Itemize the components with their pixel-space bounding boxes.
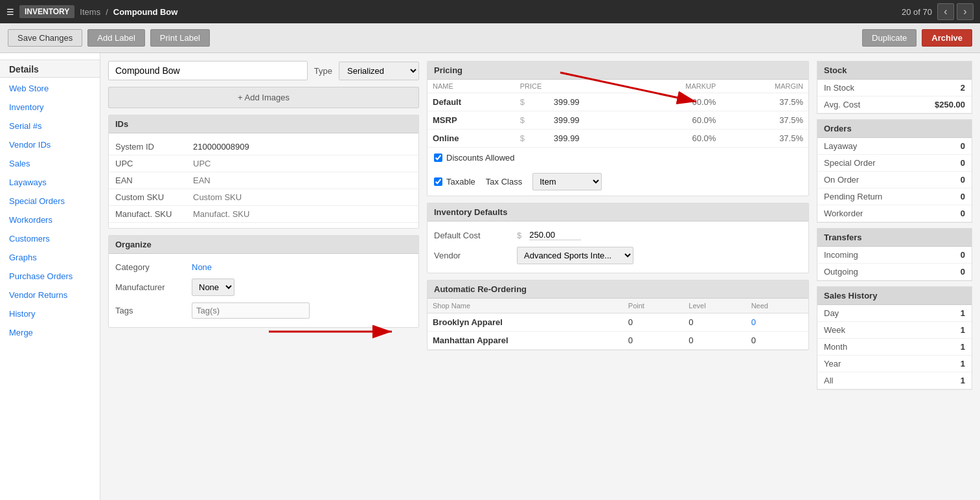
upc-label: UPC (109, 155, 187, 172)
sidebar-item-sales[interactable]: Sales (0, 154, 100, 173)
sales-month-row: Month 1 (817, 339, 972, 356)
pricing-price-default[interactable]: 399.99 (549, 93, 630, 111)
sidebar-item-layaways[interactable]: Layaways (0, 173, 100, 192)
on-order-row: On Order 0 (817, 172, 972, 188)
content-area: Type Serialized Non-Serialized Box + Add… (100, 53, 980, 500)
sidebar-item-workorders[interactable]: Workorders (0, 210, 100, 229)
reorder-point-brooklyn: 0 (623, 313, 684, 332)
discounts-checkbox[interactable] (434, 153, 442, 162)
default-cost-dollar: $ (517, 231, 521, 240)
duplicate-button[interactable]: Duplicate (862, 29, 917, 47)
sales-week-value: 1 (961, 325, 965, 335)
taxable-label: Taxable (446, 177, 475, 187)
item-name-input[interactable] (108, 61, 308, 80)
system-id-label: System ID (109, 139, 187, 155)
sidebar-item-graphs[interactable]: Graphs (0, 248, 100, 267)
add-images-button[interactable]: + Add Images (108, 87, 419, 108)
sidebar-item-merge[interactable]: Merge (0, 323, 100, 342)
tags-label: Tags (115, 306, 187, 315)
sidebar-item-history[interactable]: History (0, 304, 100, 323)
in-stock-value: 2 (961, 83, 965, 93)
sidebar-item-web-store[interactable]: Web Store (0, 79, 100, 98)
archive-button[interactable]: Archive (922, 29, 972, 47)
pricing-section: Pricing NAME PRICE MARKUP MARGIN (427, 61, 809, 196)
auto-reorder-section: Automatic Re-Ordering Shop Name Point Le… (427, 280, 809, 350)
sales-all-row: All 1 (817, 372, 972, 389)
pricing-price-msrp[interactable]: 399.99 (549, 111, 630, 130)
incoming-row: Incoming 0 (817, 247, 972, 264)
sales-year-label: Year (824, 359, 841, 369)
center-column: Pricing NAME PRICE MARKUP MARGIN (427, 61, 809, 492)
col-margin-header: MARGIN (721, 80, 808, 93)
nav-prev-button[interactable]: ‹ (937, 3, 954, 20)
discounts-row: Discounts Allowed (427, 148, 808, 168)
default-cost-row: Default Cost $ (427, 227, 808, 244)
breadcrumb-items[interactable]: Items (80, 7, 100, 17)
pricing-margin-default: 37.5% (721, 93, 808, 111)
sidebar-item-special-orders[interactable]: Special Orders (0, 192, 100, 210)
outgoing-label: Outgoing (824, 267, 858, 277)
col-need-header: Need (746, 299, 808, 313)
layaway-row: Layaway 0 (817, 138, 972, 155)
breadcrumb-title: Compound Bow (113, 7, 178, 17)
manufacturer-select[interactable]: None (192, 278, 234, 296)
organize-section-header: Organize (109, 236, 418, 254)
sidebar-item-vendor-ids[interactable]: Vendor IDs (0, 135, 100, 154)
stock-panel: Stock In Stock 2 Avg. Cost $250.00 (817, 61, 972, 114)
upc-input[interactable] (193, 159, 412, 168)
reorder-table: Shop Name Point Level Need Brooklyn Appa… (427, 299, 808, 350)
category-value[interactable]: None (192, 262, 212, 272)
pricing-markup-online: 60.0% (630, 130, 721, 148)
vendor-select[interactable]: Advanced Sports Inte... (517, 247, 633, 264)
ean-input[interactable] (193, 176, 412, 185)
ids-table: System ID 210000008909 UPC EAN (109, 139, 418, 223)
in-stock-label: In Stock (824, 83, 854, 93)
manufact-sku-label: Manufact. SKU (109, 206, 187, 223)
print-label-button[interactable]: Print Label (150, 29, 210, 47)
sales-all-label: All (824, 376, 833, 385)
transfers-panel-header: Transfers (817, 229, 972, 247)
system-id-row: System ID 210000008909 (109, 139, 418, 155)
sidebar-item-inventory[interactable]: Inventory (0, 98, 100, 117)
sales-history-panel-header: Sales History (817, 287, 972, 305)
hamburger-icon[interactable]: ☰ (6, 7, 14, 17)
incoming-label: Incoming (824, 250, 858, 260)
col-shop-header: Shop Name (427, 299, 623, 313)
vendor-label: Vendor (434, 251, 512, 260)
pricing-margin-online: 37.5% (721, 130, 808, 148)
manufact-sku-input[interactable] (193, 209, 412, 219)
sidebar-item-serial-numbers[interactable]: Serial #s (0, 117, 100, 135)
tax-class-label: Tax Class (486, 177, 522, 187)
content-wrapper: Type Serialized Non-Serialized Box + Add… (100, 53, 980, 500)
pricing-margin-msrp: 37.5% (721, 111, 808, 130)
manufact-sku-row: Manufact. SKU (109, 206, 418, 223)
sales-all-value: 1 (961, 376, 965, 385)
breadcrumb-separator: / (106, 7, 108, 17)
tax-class-select[interactable]: Item Non-Taxable Default (532, 173, 602, 190)
category-row: Category None (109, 259, 418, 275)
reorder-point-manhattan: 0 (623, 332, 684, 350)
reorder-need-brooklyn[interactable]: 0 (746, 313, 808, 332)
item-type-select[interactable]: Serialized Non-Serialized Box (339, 62, 419, 80)
custom-sku-input[interactable] (193, 192, 412, 202)
sidebar-item-purchase-orders[interactable]: Purchase Orders (0, 267, 100, 286)
reorder-row-manhattan: Manhattan Apparel 0 0 0 (427, 332, 808, 350)
taxable-checkbox[interactable] (434, 177, 442, 186)
sidebar: Details Web Store Inventory Serial #s Ve… (0, 53, 100, 500)
avg-cost-row: Avg. Cost $250.00 (817, 97, 972, 113)
pricing-dollar-msrp: $ (515, 111, 549, 130)
category-label: Category (115, 262, 187, 272)
save-changes-button[interactable]: Save Changes (8, 29, 82, 47)
default-cost-input[interactable] (529, 230, 581, 240)
sidebar-item-vendor-returns[interactable]: Vendor Returns (0, 286, 100, 304)
special-order-value: 0 (961, 158, 965, 168)
pricing-price-online[interactable]: 399.99 (549, 130, 630, 148)
add-label-button[interactable]: Add Label (87, 29, 145, 47)
tags-input[interactable] (192, 302, 310, 319)
sales-year-row: Year 1 (817, 356, 972, 372)
nav-next-button[interactable]: › (957, 3, 974, 20)
sidebar-item-customers[interactable]: Customers (0, 229, 100, 248)
organize-section: Organize Category None Manufacturer None (108, 235, 419, 328)
incoming-value: 0 (961, 250, 965, 260)
top-navigation-bar: ☰ INVENTORY Items / Compound Bow 20 of 7… (0, 0, 980, 23)
